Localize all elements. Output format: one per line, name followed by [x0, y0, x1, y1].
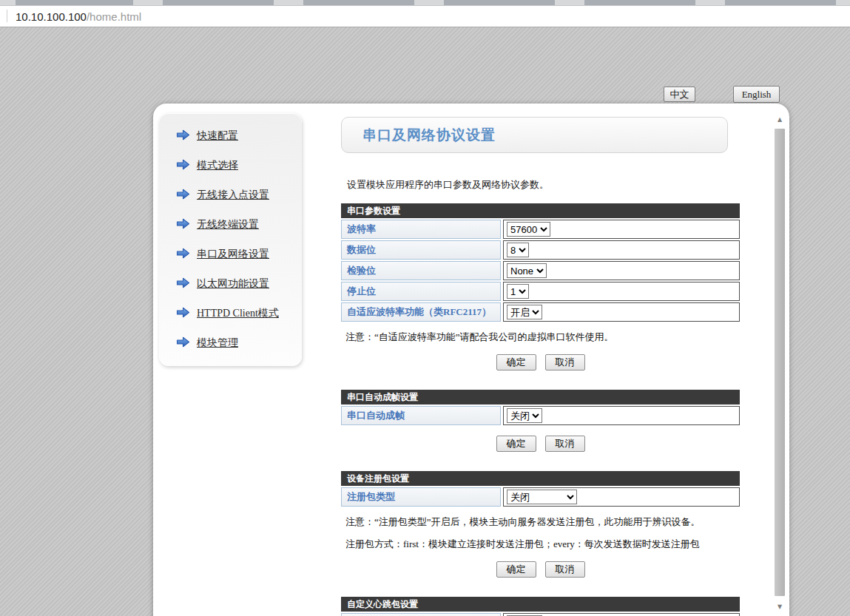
sidebar-item-label: 无线接入点设置 [197, 189, 269, 202]
sidebar-item-3[interactable]: 无线终端设置 [159, 210, 302, 240]
section-header: 串口参数设置 [341, 203, 740, 218]
sidebar-item-label: 模式选择 [197, 159, 238, 172]
sidebar-item-7[interactable]: 模块管理 [159, 328, 302, 358]
content-panel: 快速配置模式选择无线接入点设置无线终端设置串口及网络设置以太网功能设置HTTPD… [153, 104, 789, 616]
sidebar-item-label: 快速配置 [197, 129, 238, 143]
sidebar-item-label: 无线终端设置 [197, 218, 259, 231]
ok-button[interactable]: 确定 [496, 436, 536, 452]
section-buttons: 确定取消 [341, 436, 740, 452]
setting-select[interactable]: 关闭 [507, 490, 577, 504]
cancel-button[interactable]: 取消 [545, 561, 585, 578]
section-note: 注意：“自适应波特率功能”请配合我公司的虚拟串口软件使用。 [345, 331, 740, 344]
cancel-button[interactable]: 取消 [545, 354, 585, 370]
page-title: 串口及网络协议设置 [362, 126, 496, 145]
setting-select[interactable]: None [507, 263, 547, 278]
setting-value-cell: 关闭 [503, 487, 740, 507]
sidebar-item-label: 模块管理 [197, 336, 238, 350]
arrow-icon [176, 129, 190, 143]
section-note: 注册包方式：first：模块建立连接时发送注册包；every：每次发送数据时发送… [345, 538, 740, 551]
setting-row: 数据位8 [341, 240, 740, 260]
ok-button[interactable]: 确定 [496, 561, 536, 578]
settings-section-0: 串口参数设置波特率57600数据位8检验位None停止位1自适应波特率功能（类R… [341, 203, 740, 370]
arrow-icon [176, 307, 190, 321]
setting-row: 注册包类型关闭 [341, 487, 740, 507]
settings-sections: 串口参数设置波特率57600数据位8检验位None停止位1自适应波特率功能（类R… [341, 203, 740, 616]
section-buttons: 确定取消 [341, 354, 740, 370]
section-header: 设备注册包设置 [341, 471, 740, 486]
settings-section-3: 自定义心跳包设置自定义心跳包关闭 [341, 597, 740, 616]
setting-select[interactable]: 关闭 [507, 408, 542, 423]
scrollbar-thumb[interactable] [775, 129, 785, 596]
sidebar-item-label: 串口及网络设置 [197, 248, 269, 261]
url-text[interactable]: 10.10.100.100/home.html [16, 10, 141, 23]
setting-value-cell: 1 [503, 282, 740, 301]
setting-value-cell: 关闭 [503, 406, 740, 425]
section-header: 自定义心跳包设置 [341, 597, 740, 612]
sidebar: 快速配置模式选择无线接入点设置无线终端设置串口及网络设置以太网功能设置HTTPD… [159, 113, 302, 366]
setting-label: 自定义心跳包 [341, 613, 501, 616]
setting-row: 串口自动成帧关闭 [341, 406, 740, 425]
settings-section-1: 串口自动成帧设置串口自动成帧关闭确定取消 [341, 390, 740, 452]
setting-select[interactable]: 8 [507, 243, 529, 257]
setting-row: 停止位1 [341, 282, 740, 301]
url-path: /home.html [87, 10, 141, 23]
sidebar-item-label: HTTPD Client模式 [197, 307, 279, 320]
page-description: 设置模块应用程序的串口参数及网络协议参数。 [347, 178, 740, 192]
setting-row: 波特率57600 [341, 220, 740, 239]
setting-value-cell: 8 [503, 240, 740, 260]
arrow-icon [176, 218, 190, 232]
arrow-icon [176, 336, 190, 351]
scroll-up-arrow-icon[interactable]: ▲ [774, 116, 786, 123]
url-host: 10.10.100.100 [16, 10, 87, 23]
scroll-down-arrow-icon[interactable]: ▼ [774, 603, 786, 610]
browser-tab-strip [0, 0, 850, 6]
setting-label: 串口自动成帧 [341, 406, 501, 425]
setting-label: 自适应波特率功能（类RFC2117） [341, 302, 501, 322]
setting-label: 停止位 [341, 282, 501, 301]
sidebar-item-label: 以太网功能设置 [197, 277, 269, 291]
sidebar-item-6[interactable]: HTTPD Client模式 [159, 299, 302, 328]
sidebar-item-1[interactable]: 模式选择 [159, 151, 302, 180]
section-note: 注意：“注册包类型”开启后，模块主动向服务器发送注册包，此功能用于辨识设备。 [345, 515, 740, 529]
setting-value-cell: None [503, 261, 740, 280]
language-english-button[interactable]: English [733, 86, 780, 103]
sidebar-item-0[interactable]: 快速配置 [159, 121, 302, 151]
setting-label: 波特率 [341, 220, 501, 239]
page-background: 中文 English 快速配置模式选择无线接入点设置无线终端设置串口及网络设置以… [0, 27, 850, 616]
settings-section-2: 设备注册包设置注册包类型关闭注意：“注册包类型”开启后，模块主动向服务器发送注册… [341, 471, 740, 578]
ok-button[interactable]: 确定 [496, 354, 536, 370]
setting-select[interactable]: 开启 [507, 305, 542, 319]
cancel-button[interactable]: 取消 [545, 436, 585, 452]
setting-row: 自适应波特率功能（类RFC2117）开启 [341, 302, 740, 322]
setting-value-cell: 开启 [503, 302, 740, 322]
setting-label: 数据位 [341, 240, 501, 260]
language-chinese-button[interactable]: 中文 [664, 87, 695, 102]
scrollbar[interactable]: ▲ ▼ [774, 106, 786, 616]
setting-select[interactable]: 1 [507, 284, 529, 299]
setting-row: 自定义心跳包关闭 [341, 613, 740, 616]
page-title-box: 串口及网络协议设置 [341, 117, 728, 153]
browser-chrome: 10.10.100.100/home.html [0, 0, 850, 27]
setting-label: 注册包类型 [341, 487, 501, 507]
arrow-icon [176, 248, 190, 262]
setting-row: 检验位None [341, 261, 740, 280]
setting-value-cell: 57600 [503, 220, 740, 239]
section-header: 串口自动成帧设置 [341, 390, 740, 405]
sidebar-item-5[interactable]: 以太网功能设置 [159, 269, 302, 299]
arrow-icon [176, 277, 190, 291]
browser-address-bar[interactable]: 10.10.100.100/home.html [0, 6, 850, 27]
sidebar-item-4[interactable]: 串口及网络设置 [159, 240, 302, 269]
setting-label: 检验位 [341, 261, 501, 280]
setting-select[interactable]: 57600 [507, 222, 550, 237]
section-buttons: 确定取消 [341, 561, 740, 578]
setting-value-cell: 关闭 [503, 613, 740, 616]
main-content: 串口及网络协议设置 设置模块应用程序的串口参数及网络协议参数。 串口参数设置波特… [341, 117, 740, 616]
sidebar-item-2[interactable]: 无线接入点设置 [159, 180, 302, 210]
arrow-icon [176, 159, 190, 173]
arrow-icon [176, 189, 190, 203]
